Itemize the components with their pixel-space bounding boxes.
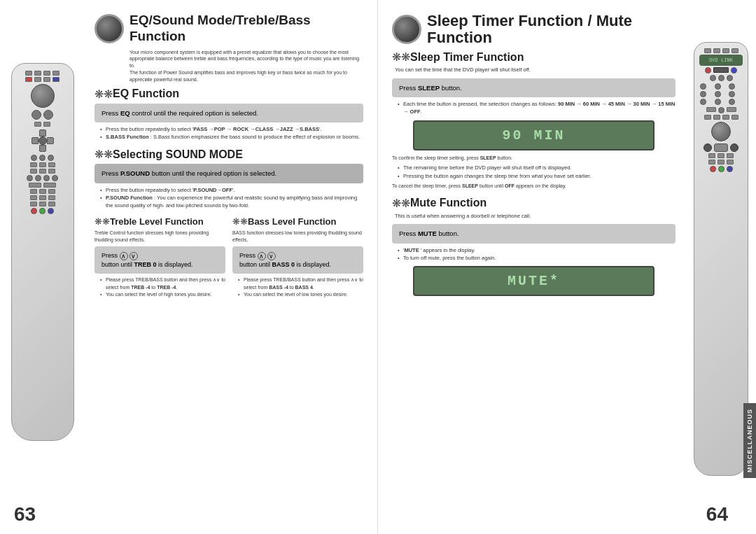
- treble-desc: Treble Control function stresses high to…: [94, 230, 225, 244]
- bass-desc: BASS function stresses low tones providi…: [232, 230, 363, 244]
- left-page-title: EQ/Sound Mode/Treble/Bass Function: [130, 13, 363, 45]
- sleep-timer-header: ❋❋ Sleep Timer Function: [392, 50, 676, 64]
- page-right: DVD LINK: [378, 0, 756, 534]
- sleep-display: 90 MIN: [413, 120, 654, 150]
- eq-header: ❋❋ EQ Function: [94, 87, 363, 101]
- speaker-icon-right: [392, 15, 421, 44]
- sound-mode-section: ❋❋ Selecting SOUND MODE Press P.SOUND bu…: [94, 148, 363, 209]
- mute-header: ❋❋ Mute Function: [392, 197, 676, 210]
- treble-bullets: Please press TREB/BASS button and then p…: [100, 276, 225, 299]
- eq-title: EQ Function: [113, 87, 179, 100]
- treble-section: ❋❋ Treble Level Function Treble Control …: [94, 216, 225, 300]
- bass-instruction-box: Press ∧ ∨ button until BASS 0 is display…: [232, 246, 363, 274]
- page-left: EQ/Sound Mode/Treble/Bass Function Your …: [0, 0, 378, 534]
- mute-section: ❋❋ Mute Function This is useful when ans…: [392, 197, 676, 296]
- sleep-cancel-text: To cancel the sleep timer, press SLEEP b…: [392, 183, 676, 190]
- sound-mode-title: Selecting SOUND MODE: [113, 148, 243, 161]
- sleep-confirm-text: To confirm the sleep timer setting, pres…: [392, 155, 676, 162]
- treble-instruction-box: Press ∧ ∨ button until TREB 0 is display…: [94, 246, 225, 274]
- eq-bullets: Press the button repeatedly to select 'P…: [100, 125, 363, 141]
- bass-bullets: Please press TREB/BASS button and then p…: [238, 276, 363, 299]
- spark-icon-sleep: ❋❋: [392, 50, 410, 64]
- spark-icon-eq: ❋❋: [94, 87, 113, 101]
- right-page-title: Sleep Timer Function / Mute Function: [427, 13, 676, 46]
- left-intro-text: Your micro component system is equipped …: [130, 49, 363, 83]
- page-number-left: 63: [14, 503, 36, 526]
- left-content-area: EQ/Sound Mode/Treble/Bass Function Your …: [94, 13, 363, 301]
- misc-tab: MISCELLANEOUS: [743, 403, 756, 478]
- treble-title: Treble Level Function: [110, 216, 204, 227]
- sleep-timer-title: Sleep Timer Function: [410, 51, 524, 64]
- treble-bass-section: ❋❋ Treble Level Function Treble Control …: [94, 216, 363, 300]
- sleep-timer-section: ❋❋ Sleep Timer Function You can set the …: [392, 50, 676, 189]
- sound-mode-bullets: Press the button repeatedly to select 'P…: [100, 186, 363, 210]
- mute-title: Mute Function: [410, 197, 486, 209]
- sound-mode-instruction-box: Press P.SOUND button until the required …: [94, 164, 363, 183]
- bass-header: ❋❋ Bass Level Function: [232, 216, 363, 227]
- sound-mode-header: ❋❋ Selecting SOUND MODE: [94, 148, 363, 161]
- speaker-icon-left: [94, 14, 124, 43]
- mute-display: MUTE*: [413, 266, 654, 296]
- spark-icon-mute: ❋❋: [392, 197, 410, 210]
- eq-instruction-box: Press EQ control until the required opti…: [94, 104, 363, 122]
- sleep-instruction-box: Press SLEEP button.: [392, 78, 676, 97]
- eq-section: ❋❋ EQ Function Press EQ control until th…: [94, 87, 363, 141]
- sleep-extra-bullets: The remaining time before the DVD player…: [398, 164, 676, 180]
- mute-instruction-box: Press MUTE button.: [392, 224, 676, 243]
- spark-icon-sound: ❋❋: [94, 148, 113, 161]
- treble-header: ❋❋ Treble Level Function: [94, 216, 225, 227]
- sleep-bullets: Each time the button is pressed, the sel…: [398, 100, 676, 116]
- left-page-header: EQ/Sound Mode/Treble/Bass Function: [94, 13, 363, 45]
- page-number-right: 64: [706, 503, 728, 526]
- sleep-timer-desc: You can set the time that the DVD player…: [395, 66, 676, 74]
- bass-title: Bass Level Function: [248, 216, 336, 227]
- bass-section: ❋❋ Bass Level Function BASS function str…: [232, 216, 363, 300]
- right-content-area: Sleep Timer Function / Mute Function ❋❋ …: [392, 13, 676, 296]
- spark-icon-bass: ❋❋: [232, 216, 248, 227]
- spark-icon-treble: ❋❋: [94, 216, 110, 227]
- remote-control-left: [6, 63, 79, 469]
- right-page-header: Sleep Timer Function / Mute Function: [392, 13, 676, 46]
- mute-desc: This is useful when answering a doorbell…: [395, 213, 676, 220]
- mute-bullets: 'MUTE ' appears in the display. To turn …: [398, 246, 676, 262]
